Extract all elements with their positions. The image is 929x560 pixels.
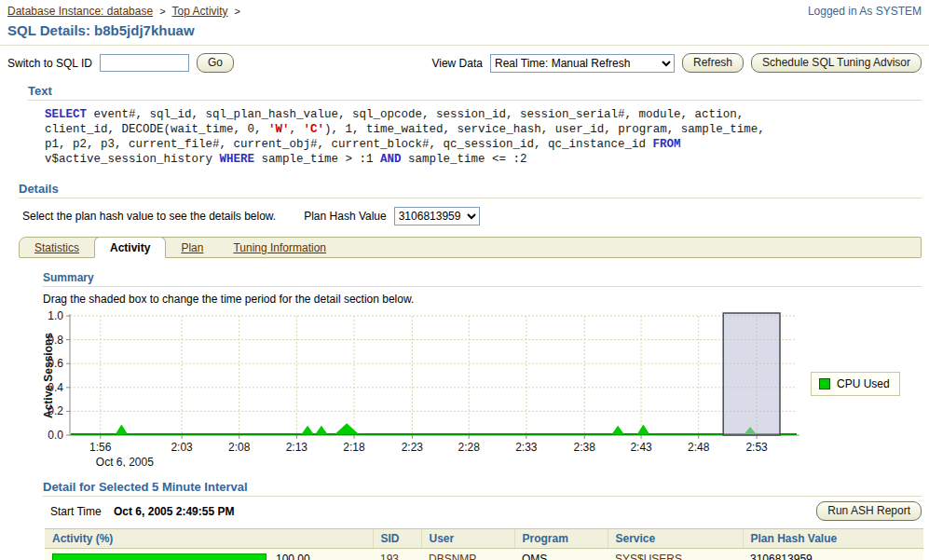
svg-text:2:38: 2:38 [574, 441, 596, 454]
plan-hash-row: Select the plan hash value to see the de… [22, 207, 922, 225]
refresh-button[interactable]: Refresh [682, 53, 744, 73]
col-plan-hash-value: Plan Hash Value [743, 529, 923, 549]
go-button[interactable]: Go [197, 53, 234, 73]
svg-text:2:18: 2:18 [343, 441, 365, 454]
activity-detail-table: Activity (%) SID User Program Service Pl… [45, 528, 923, 560]
start-time-value: Oct 6, 2005 2:49:55 PM [114, 505, 234, 518]
text-section: Text SELECT event#, sql_id, sql_plan_has… [28, 84, 922, 167]
sql-id-input[interactable] [100, 54, 189, 72]
schedule-sql-tuning-advisor-button[interactable]: Schedule SQL Tuning Advisor [751, 53, 922, 73]
tab-statistics[interactable]: Statistics [20, 238, 94, 257]
drag-hint-text: Drag the shaded box to change the time p… [43, 293, 922, 306]
breadcrumb: Database Instance: database > Top Activi… [7, 5, 240, 18]
plan-hash-value-select[interactable]: 3106813959 [394, 207, 480, 225]
svg-text:0.0: 0.0 [48, 429, 63, 442]
svg-text:2:48: 2:48 [688, 441, 710, 454]
details-section: Details Select the plan hash value to se… [19, 182, 922, 560]
sid-link[interactable]: 193 [380, 553, 399, 560]
svg-text:2:08: 2:08 [228, 441, 251, 454]
svg-text:2:28: 2:28 [458, 441, 481, 454]
breadcrumb-top-activity[interactable]: Top Activity [172, 5, 228, 18]
plan-hash-instruction: Select the plan hash value to see the de… [22, 210, 276, 223]
section-divider [43, 496, 922, 497]
col-user: User [421, 529, 514, 549]
svg-text:2:23: 2:23 [402, 441, 424, 454]
header-divider [0, 45, 929, 46]
plan-hash-value-cell: 3106813959 [750, 553, 813, 560]
breadcrumb-separator: > [235, 6, 240, 17]
service-link[interactable]: SYS$USERS [615, 553, 682, 560]
activity-percent-value: 100.00 [276, 553, 310, 560]
tab-plan[interactable]: Plan [166, 238, 218, 257]
section-divider [43, 286, 922, 287]
col-sid: SID [373, 529, 421, 549]
sql-statement-text: SELECT event#, sql_id, sql_plan_hash_val… [45, 107, 922, 167]
run-ash-report-button[interactable]: Run ASH Report [816, 501, 922, 521]
col-service: Service [608, 529, 743, 549]
program-value: OMS [522, 553, 547, 560]
col-program: Program [514, 529, 608, 549]
table-row: 100.00 193 DBSNMP OMS SYS$USERS 31068139… [45, 549, 923, 560]
text-section-heading: Text [28, 84, 922, 98]
svg-text:2:53: 2:53 [745, 441, 768, 454]
cpu-used-swatch-icon [819, 378, 830, 389]
summary-heading: Summary [43, 271, 922, 284]
top-bar: Database Instance: database > Top Activi… [7, 5, 922, 18]
view-data-label: View Data [431, 57, 482, 70]
plan-hash-value-label: Plan Hash Value [304, 210, 387, 223]
chart-legend: CPU Used [811, 372, 900, 396]
tab-activity[interactable]: Activity [94, 237, 166, 258]
detail-interval-heading: Detail for Selected 5 Minute Interval [43, 480, 922, 494]
activity-tab-content: Summary Drag the shaded box to change th… [43, 271, 922, 560]
breadcrumb-database-instance[interactable]: Database Instance: database [7, 5, 153, 18]
tab-tuning-information[interactable]: Tuning Information [218, 238, 341, 257]
svg-text:Active Sessions: Active Sessions [43, 333, 55, 418]
summary-chart-row: 0.00.20.40.60.81.01:562:032:082:132:182:… [43, 307, 922, 467]
svg-text:1.0: 1.0 [48, 309, 63, 322]
section-divider [19, 198, 922, 198]
svg-text:Oct 6, 2005: Oct 6, 2005 [96, 456, 154, 467]
user-link[interactable]: DBSNMP [429, 553, 476, 560]
section-divider [28, 100, 922, 101]
active-sessions-chart[interactable]: 0.00.20.40.60.81.01:562:032:082:132:182:… [43, 307, 805, 467]
breadcrumb-separator: > [159, 6, 165, 17]
svg-text:2:13: 2:13 [286, 441, 308, 454]
view-data-select[interactable]: Real Time: Manual Refresh [490, 54, 675, 73]
activity-bar [52, 553, 266, 560]
details-tab-strip: StatisticsActivityPlanTuning Information [19, 237, 922, 258]
details-section-heading: Details [19, 182, 922, 196]
table-header-row: Activity (%) SID User Program Service Pl… [45, 529, 923, 549]
col-activity: Activity (%) [45, 529, 373, 549]
legend-label: CPU Used [837, 377, 890, 390]
svg-text:1:56: 1:56 [89, 441, 112, 454]
svg-text:2:33: 2:33 [515, 441, 538, 454]
svg-text:2:43: 2:43 [630, 441, 652, 454]
start-time-row: Start Time Oct 6, 2005 2:49:55 PM Run AS… [50, 501, 922, 521]
logged-in-as: Logged in As SYSTEM [808, 5, 922, 18]
start-time-label: Start Time [50, 505, 102, 518]
toolbar: Switch to SQL ID Go View Data Real Time:… [7, 53, 922, 73]
page-title: SQL Details: b8b5jdj7khuaw [7, 22, 922, 38]
svg-text:2:03: 2:03 [171, 441, 193, 454]
switch-to-sql-id-label: Switch to SQL ID [7, 57, 92, 70]
